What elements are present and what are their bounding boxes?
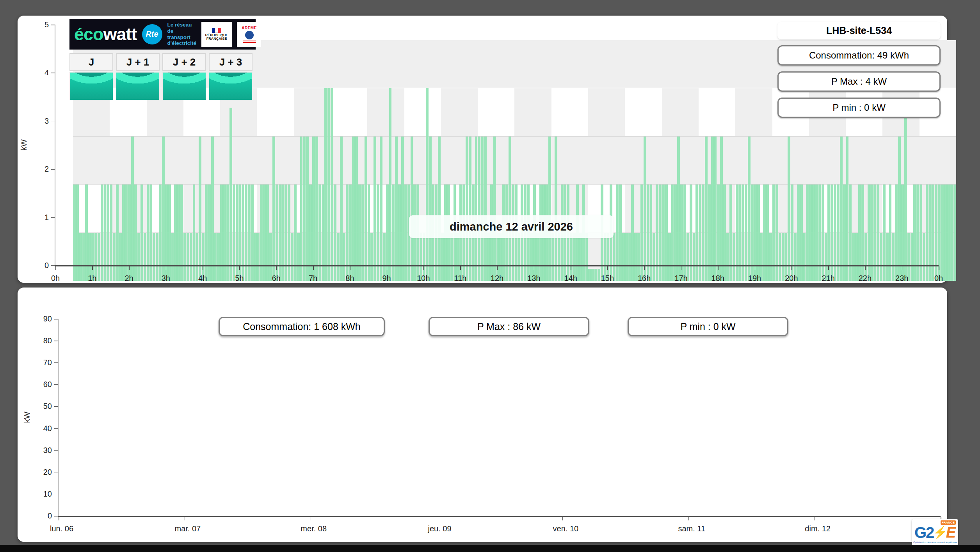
x-tick [239,266,240,270]
power-bar [693,233,695,281]
y-tick-label: 0 [48,511,52,520]
y-tick [51,73,55,73]
x-tick [350,266,350,270]
x-tick [437,517,438,520]
power-bar [846,137,849,281]
power-bar [481,137,484,281]
power-bar [947,185,950,281]
x-tick [828,266,829,270]
power-bar [625,233,628,281]
power-bar [199,137,201,281]
x-axis-line [55,265,939,266]
x-tick-label: 17h [674,274,687,283]
y-tick [54,384,58,385]
y-tick [54,341,58,341]
power-bar [438,137,441,281]
ademe-logo: ADEME [237,22,261,47]
power-bar [711,137,714,281]
y-tick-label: 10 [43,489,52,498]
x-tick-label: 21h [822,274,834,283]
power-bar [190,233,192,281]
x-tick-label: 15h [601,274,614,283]
x-tick [681,266,682,270]
power-bar [941,185,944,281]
y-axis-line [58,319,59,516]
power-bar [411,137,413,281]
power-bar [171,233,174,281]
x-tick [185,517,185,520]
x-tick [791,266,792,270]
power-bar [904,98,907,281]
y-axis-line [55,25,55,265]
power-bar [98,233,100,281]
selected-date-label: dimanche 12 avril 2026 [409,215,614,238]
x-tick-label: 9h [382,274,391,283]
x-tick [55,266,56,270]
ecowatt-eco-text: éco [74,24,103,44]
x-tick-label: 12h [491,274,503,283]
day-button-j[interactable]: J [69,53,113,100]
ecowatt-gauge-icon [209,72,253,100]
x-tick [460,266,461,270]
power-bar [840,137,843,281]
y-tick [54,472,58,473]
power-bar [466,137,468,281]
power-bar [441,233,444,281]
x-tick-label: 0h [934,274,943,283]
power-bar [306,137,309,281]
power-bar [585,233,588,281]
power-bar [183,233,186,281]
x-tick-label: mar. 07 [175,524,201,533]
power-bar [923,233,925,281]
x-tick [59,517,59,520]
y-tick-label: 40 [43,424,52,433]
day-button-j1[interactable]: J + 1 [116,53,160,100]
power-bar [312,137,315,281]
power-bar [953,185,956,281]
power-bar [119,233,122,281]
power-bar [137,233,140,281]
power-bar [352,137,355,281]
x-tick [865,266,866,270]
power-bar [113,233,116,281]
power-bar [156,233,158,281]
x-tick [387,266,388,270]
day-button-j2[interactable]: J + 2 [162,53,206,100]
day-pmax-badge: P Max : 4 kW [777,71,941,92]
y-tick-label: 2 [44,165,49,174]
x-tick-label: sam. 11 [678,524,705,533]
day-button-j3[interactable]: J + 3 [209,53,253,100]
power-bar [855,233,858,281]
power-bar [82,233,85,281]
week-consumption-badge: Consommation: 1 608 kWh [219,317,385,336]
ecowatt-logo: écowatt Rte Le réseau de transport d'éle… [69,19,256,50]
x-tick [607,266,608,270]
power-bar [487,233,490,281]
power-bar [551,233,554,281]
power-bar [426,88,429,281]
x-tick-label: 2h [125,274,133,283]
power-bar [374,137,376,281]
power-bar [214,233,217,281]
y-tick-label: 0 [44,261,49,270]
power-bar [677,137,680,281]
x-tick-label: 16h [638,274,651,283]
rte-tagline: Le réseau de transport d'électricité [167,22,197,47]
y-tick-label: 30 [43,446,52,454]
x-tick [688,517,689,520]
y-tick-label: 4 [44,68,49,77]
power-bar [365,137,367,281]
x-tick-label: 3h [162,274,170,283]
power-bar [726,233,729,281]
power-bar [644,137,646,281]
y-tick [54,362,58,363]
x-tick [939,266,939,270]
x-tick-label: 8h [345,274,354,283]
ademe-globe-icon [245,31,254,39]
power-bar [257,233,260,281]
power-bar [886,233,889,281]
x-tick-label: 1h [88,274,96,283]
x-tick-label: dim. 12 [805,524,831,533]
x-tick [166,266,167,270]
lightning-icon: ⚡ [933,527,947,538]
